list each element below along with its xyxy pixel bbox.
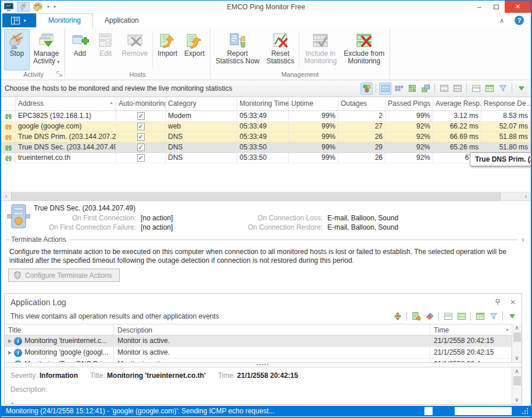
scroll-up-button[interactable]: ∧ [515, 324, 519, 332]
group-view-icon[interactable] [419, 83, 431, 95]
detail-vertical-scrollbar[interactable]: ∧ ∨ [512, 367, 522, 404]
autoscroll-icon[interactable] [391, 310, 404, 323]
edit-button[interactable]: Edit [92, 29, 118, 70]
horizontal-scrollbar[interactable]: ‹ › [1, 192, 531, 201]
auto-monitoring-checkbox[interactable]: ✓ [137, 123, 145, 130]
log-title-column-header[interactable]: Title [5, 324, 114, 335]
rows-view-icon[interactable] [451, 83, 463, 95]
host-passed-pings: 92% [385, 132, 433, 142]
stop-label: Stop [10, 50, 24, 58]
host-row[interactable]: ((•)) google (google.com) ✓ web 05:33:49… [1, 122, 531, 132]
log-vertical-scrollbar[interactable]: ∧ ∨ [512, 324, 522, 362]
rows-view-icon[interactable] [455, 310, 467, 323]
dialog-launcher-icon[interactable] [56, 71, 63, 77]
log-detail-line1: Severity: Information Title: Monitoring … [10, 371, 506, 380]
address-column-header[interactable]: Address▲ [16, 97, 116, 110]
app-menu-button[interactable]: ▾ [2, 13, 36, 27]
auto-monitoring-checkbox[interactable]: ✓ [137, 133, 145, 141]
terminate-actions-description: Configure the terminate action to be exe… [1, 245, 531, 267]
scrollbar-thumb[interactable] [513, 333, 521, 342]
scrollbar-thumb[interactable] [513, 376, 521, 385]
log-row[interactable]: ▶iMonitoring 'trueinternet.c... Monitor … [5, 335, 512, 347]
host-row[interactable]: ((•)) True DNS Sec. (203.144.207.49) ✓ D… [1, 142, 531, 153]
dropdown-filter-icon[interactable] [515, 83, 527, 95]
grid-pane-icon[interactable] [483, 83, 495, 95]
dropdown-filter-icon[interactable] [506, 310, 518, 323]
export-button[interactable]: Export [181, 29, 208, 70]
state-dots-icon[interactable] [360, 83, 373, 95]
qat-customize-icon[interactable]: ▾ [52, 4, 57, 9]
grid-pane-icon[interactable] [474, 310, 486, 323]
collapse-section-icon[interactable]: ∨ [521, 237, 525, 242]
close-panel-icon[interactable]: ✕ [510, 298, 516, 306]
host-uptime: 99% [289, 153, 338, 163]
clear-log-icon[interactable] [423, 310, 435, 323]
host-row[interactable]: ((•)) trueinternet.co.th ✓ DNS 05:33:50 … [1, 153, 531, 163]
configure-terminate-actions-button[interactable]: Configure Terminate Actions [8, 269, 120, 282]
expander-icon[interactable]: ▶ [8, 359, 12, 362]
log-rows: ▶iMonitoring 'trueinternet.c... Monitor … [5, 335, 512, 362]
passed-pings-column-header[interactable]: Passed Pings [385, 97, 433, 110]
exclude-monitoring-button[interactable]: Exclude from Monitoring [340, 29, 388, 70]
host-row[interactable]: ((•)) True DNS Prim. (203.144.207.29) ✓ … [1, 132, 531, 142]
expander-icon[interactable]: ▶ [8, 347, 12, 358]
qat-theme-icon[interactable] [31, 2, 44, 12]
table-view-icon[interactable] [379, 83, 391, 95]
manage-activity-button[interactable]: Manage Activity ▾ [30, 29, 63, 70]
host-row[interactable]: ((•)) EPC3825 (192.168.1.1) ✓ Modem 05:3… [1, 111, 531, 122]
log-description-column-header[interactable]: Description [114, 324, 430, 335]
tiles-view-icon[interactable] [406, 83, 418, 95]
theme-dropdown-icon[interactable]: ▾ [46, 4, 51, 9]
button-separator [299, 31, 299, 68]
monitoring-time-column-header[interactable]: Monitoring Time [237, 97, 289, 110]
small-tiles-view-icon[interactable] [392, 83, 405, 95]
outages-column-header[interactable]: Outages [338, 97, 385, 110]
average-response-column-header[interactable]: Average Resp... [433, 97, 481, 110]
import-button[interactable]: Import [154, 29, 181, 70]
tab-monitoring[interactable]: Monitoring [36, 13, 93, 27]
remove-button[interactable]: Remove [118, 29, 151, 70]
scroll-down-button[interactable]: ∨ [515, 354, 519, 362]
export-log-icon[interactable] [410, 310, 422, 323]
detail-pane-icon[interactable] [470, 83, 482, 95]
auto-monitoring-checkbox[interactable]: ✓ [137, 154, 145, 162]
pin-icon[interactable] [494, 298, 502, 306]
scroll-right-button[interactable]: › [521, 192, 531, 201]
log-row[interactable]: ▶iMonitoring 'google (googl... Monitor i… [5, 347, 512, 359]
log-description: Monitor is active. [114, 359, 430, 363]
include-monitoring-button[interactable]: Include in Monitoring [301, 29, 340, 70]
collapse-ribbon-icon[interactable]: ∧ [499, 17, 504, 24]
minimize-button[interactable]: – [471, 1, 488, 13]
auto-monitoring-checkbox[interactable]: ✓ [137, 112, 145, 120]
report-statistics-button[interactable]: Report Statistics Now [212, 29, 263, 70]
auto-monitoring-checkbox[interactable]: ✓ [137, 144, 145, 151]
selected-host-title: True DNS Sec. (203.144.207.49) [34, 204, 135, 212]
category-column-header[interactable]: Category [166, 97, 237, 110]
maximize-button[interactable] [488, 1, 505, 13]
scroll-down-button[interactable]: ∨ [515, 396, 519, 404]
filter-icon[interactable] [497, 83, 509, 95]
state-column-header[interactable] [1, 97, 16, 110]
spacer [1, 283, 531, 293]
help-button[interactable]: ? [515, 16, 524, 25]
application-log-title-row: Application Log ✕ [5, 294, 522, 309]
resize-grip-icon[interactable] [522, 408, 529, 415]
qat-activity-icon[interactable] [17, 2, 30, 12]
uptime-column-header[interactable]: Uptime [289, 97, 338, 110]
add-button[interactable]: Add [67, 29, 92, 70]
log-time-column-header[interactable]: Time▼ [430, 324, 512, 335]
close-button[interactable]: ✕ [505, 1, 531, 13]
expander-icon[interactable]: ▶ [8, 335, 12, 346]
scroll-left-button[interactable]: ‹ [1, 192, 11, 201]
detail-pane-icon[interactable] [442, 310, 454, 323]
reset-statistics-button[interactable]: Reset Statistics [263, 29, 298, 70]
log-splitter[interactable]: ••••• [5, 362, 522, 367]
filter-icon[interactable] [487, 310, 499, 323]
tab-application[interactable]: Application [93, 14, 151, 27]
scrollbar-thumb[interactable] [11, 192, 501, 201]
stop-button[interactable]: Stop [4, 29, 30, 70]
auto-monitoring-column-header[interactable]: Auto-monitoring [116, 97, 166, 110]
response-deviation-column-header[interactable]: Response De... [481, 97, 531, 110]
scroll-up-button[interactable]: ∧ [515, 367, 519, 376]
split-rows-icon[interactable] [438, 83, 450, 95]
